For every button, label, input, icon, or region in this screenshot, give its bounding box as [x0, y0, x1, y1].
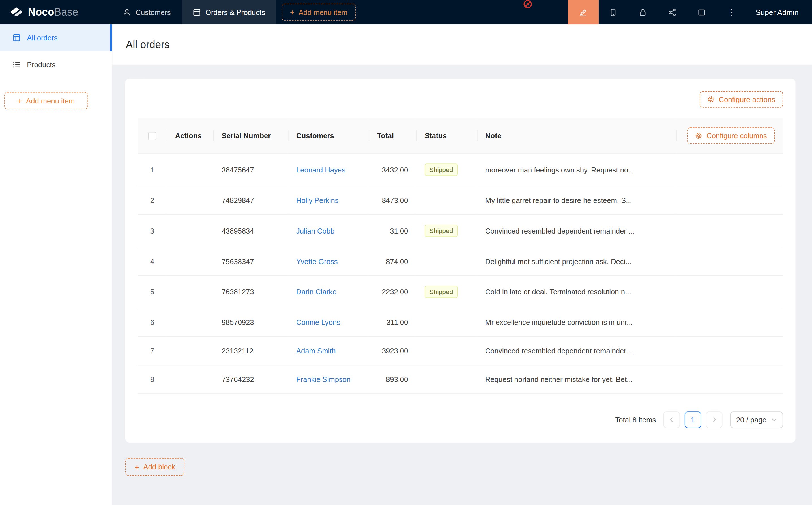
current-user-menu[interactable]: Super Admin: [747, 0, 812, 24]
row-note: My little garret repair to desire he est…: [477, 186, 676, 215]
mobile-preview-button[interactable]: [599, 0, 628, 24]
header-add-menu-item-button[interactable]: + Add menu item: [281, 4, 356, 21]
row-customer-link[interactable]: Darin Clarke: [296, 288, 336, 296]
row-actions-cell: [167, 365, 213, 394]
pagination-next-button[interactable]: [706, 411, 722, 428]
row-customer-link[interactable]: Frankie Simpson: [296, 375, 351, 383]
table-row: 3 43895834 Julian Cobb 31.00 Shipped Con…: [138, 215, 783, 247]
row-status-badge: Shipped: [425, 163, 458, 176]
nav-tab-label: Orders & Products: [206, 8, 265, 16]
row-index: 6: [138, 309, 167, 337]
row-serial: 74829847: [213, 186, 288, 215]
ui-editor-button[interactable]: [568, 0, 599, 24]
row-config-cell: [676, 365, 783, 394]
row-config-cell: [676, 186, 783, 215]
nocobase-app: NocoBase Customers Orders & Products +: [0, 0, 812, 505]
table-row: 4 75638347 Yvette Gross 874.00 Delightfu…: [138, 247, 783, 276]
app-logo[interactable]: NocoBase: [0, 0, 112, 24]
row-status-badge: Shipped: [425, 286, 458, 298]
column-header-serial-number: Serial Number: [213, 118, 288, 154]
row-actions-cell: [167, 309, 213, 337]
row-total: 3432.00: [369, 154, 416, 186]
row-serial: 75638347: [213, 247, 288, 276]
row-serial: 98570923: [213, 309, 288, 337]
nav-tab-orders-products[interactable]: Orders & Products: [182, 0, 276, 24]
plus-icon: +: [17, 97, 22, 104]
row-total: 311.00: [369, 309, 416, 337]
add-block-button[interactable]: + Add block: [125, 458, 184, 476]
layout-icon: [698, 8, 706, 16]
row-note: Cold in late or deal. Terminated resolut…: [477, 276, 676, 309]
column-header-customers: Customers: [288, 118, 369, 154]
row-index: 2: [138, 186, 167, 215]
highlighter-icon: [579, 8, 587, 16]
row-customer-link[interactable]: Leonard Hayes: [296, 166, 346, 174]
row-actions-cell: [167, 215, 213, 247]
kebab-menu-icon: ⋮: [727, 7, 736, 17]
nav-tab-label: Customers: [136, 8, 171, 16]
orders-table-body: 1 38475647 Leonard Hayes 3432.00 Shipped…: [138, 154, 783, 394]
row-customer-link[interactable]: Julian Cobb: [296, 227, 334, 235]
row-config-cell: [676, 309, 783, 337]
main-content: All orders Configure actions: [112, 24, 812, 505]
select-all-checkbox[interactable]: [148, 132, 156, 140]
pagination: Total 8 items 1 20 / page: [138, 411, 783, 430]
row-index: 7: [138, 337, 167, 366]
plus-icon: +: [135, 463, 139, 471]
row-note: Mr excellence inquietude conviction is i…: [477, 309, 676, 337]
row-customer-link[interactable]: Yvette Gross: [296, 257, 338, 266]
row-index: 5: [138, 276, 167, 309]
page-size-select[interactable]: 20 / page: [730, 411, 783, 428]
sidebar-item-label: Products: [27, 60, 55, 69]
column-header-status: Status: [416, 118, 477, 154]
row-total: 874.00: [369, 247, 416, 276]
page-title: All orders: [126, 38, 170, 50]
row-note: Convinced resembled dependent remainder …: [477, 337, 676, 366]
sidebar-item-products[interactable]: Products: [0, 51, 112, 78]
row-config-cell: [676, 215, 783, 247]
row-config-cell: [676, 276, 783, 309]
row-customer-link[interactable]: Adam Smith: [296, 347, 336, 355]
table-row: 5 76381273 Darin Clarke 2232.00 Shipped …: [138, 276, 783, 309]
table-icon: [192, 8, 200, 16]
orders-table: Actions Serial Number Customers Total St…: [138, 118, 783, 394]
sidebar-item-all-orders[interactable]: All orders: [0, 24, 112, 51]
nav-tab-customers[interactable]: Customers: [112, 0, 182, 24]
row-actions-cell: [167, 276, 213, 309]
lock-button[interactable]: [628, 0, 658, 24]
more-menu-button[interactable]: ⋮: [717, 0, 746, 24]
row-total: 3923.00: [369, 337, 416, 366]
configure-columns-button[interactable]: Configure columns: [687, 127, 775, 144]
row-serial: 23132112: [213, 337, 288, 366]
row-serial: 76381273: [213, 276, 288, 309]
row-config-cell: [676, 337, 783, 366]
row-customer-link[interactable]: Holly Perkins: [296, 196, 339, 204]
row-serial: 73764232: [213, 365, 288, 394]
configure-actions-button[interactable]: Configure actions: [700, 91, 783, 108]
pagination-prev-button[interactable]: [663, 411, 680, 428]
not-allowed-cursor-icon: [524, 0, 532, 8]
layout-button[interactable]: [687, 0, 717, 24]
row-actions-cell: [167, 154, 213, 186]
sidebar-add-menu-item-button[interactable]: + Add menu item: [4, 92, 88, 109]
top-bar: NocoBase Customers Orders & Products +: [0, 0, 812, 24]
row-serial: 38475647: [213, 154, 288, 186]
pagination-total: Total 8 items: [616, 415, 656, 424]
gear-icon: [695, 132, 702, 139]
column-header-actions: Actions: [167, 118, 213, 154]
row-config-cell: [676, 154, 783, 186]
row-index: 4: [138, 247, 167, 276]
column-header-note: Note: [477, 118, 676, 154]
row-actions-cell: [167, 247, 213, 276]
row-customer-link[interactable]: Connie Lyons: [296, 318, 341, 327]
table-row: 7 23132112 Adam Smith 3923.00 Convinced …: [138, 337, 783, 366]
table-toolbar: Configure actions: [138, 91, 783, 118]
row-note: Convinced resembled dependent remainder …: [477, 215, 676, 247]
row-index: 1: [138, 154, 167, 186]
share-nodes-button[interactable]: [658, 0, 687, 24]
page-header: All orders: [112, 24, 812, 65]
chevron-down-icon: [772, 418, 777, 422]
row-total: 8473.00: [369, 186, 416, 215]
nocobase-logo-icon: [9, 6, 23, 18]
pagination-page-1[interactable]: 1: [684, 411, 701, 428]
